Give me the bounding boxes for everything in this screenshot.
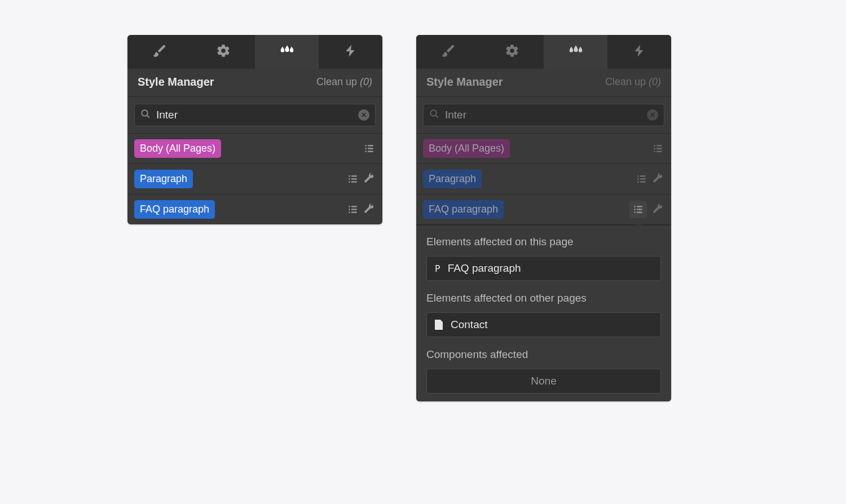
- popover-section-label: Components affected: [426, 348, 661, 361]
- svg-line-1: [147, 115, 149, 118]
- svg-rect-23: [656, 145, 662, 146]
- svg-rect-26: [654, 151, 655, 152]
- svg-rect-8: [349, 175, 350, 176]
- clear-search-icon[interactable]: [647, 109, 658, 121]
- style-badge: Body (All Pages): [423, 139, 510, 158]
- affected-elements-icon[interactable]: [364, 143, 374, 154]
- svg-rect-11: [351, 178, 357, 179]
- svg-rect-31: [640, 178, 646, 179]
- tab-interactions[interactable]: [319, 35, 382, 69]
- svg-rect-14: [349, 206, 350, 207]
- svg-rect-38: [634, 211, 635, 213]
- tab-settings[interactable]: [480, 35, 544, 69]
- affected-elements-icon[interactable]: [347, 204, 358, 215]
- style-manager-panel: Style Manager Clean up (0) Body (All Pag…: [127, 35, 382, 224]
- svg-rect-25: [656, 148, 662, 149]
- page-icon: [435, 320, 443, 330]
- popover-section-label: Elements affected on this page: [426, 236, 661, 248]
- svg-rect-28: [637, 175, 638, 176]
- brush-icon: [441, 43, 456, 60]
- affected-elements-icon[interactable]: [629, 201, 647, 218]
- cleanup-button[interactable]: Clean up (0): [316, 76, 372, 88]
- style-badge: FAQ paragraph: [134, 200, 215, 219]
- svg-rect-32: [637, 181, 638, 182]
- style-manager-panel-expanded: Style Manager Clean up (0) Body (All Pag…: [416, 35, 671, 401]
- affected-popover: Elements affected on this page P FAQ par…: [416, 225, 671, 401]
- style-row-faq-paragraph[interactable]: FAQ paragraph: [416, 194, 671, 225]
- svg-rect-6: [365, 151, 366, 152]
- svg-rect-18: [349, 211, 350, 213]
- search-input[interactable]: [156, 109, 352, 121]
- svg-rect-9: [351, 175, 357, 176]
- search-section: [127, 97, 382, 134]
- cleanup-button[interactable]: Clean up (0): [605, 76, 661, 88]
- tab-brush[interactable]: [416, 35, 480, 69]
- svg-rect-19: [351, 211, 357, 213]
- affected-none-item: None: [426, 369, 661, 394]
- style-row-paragraph[interactable]: Paragraph: [416, 164, 671, 194]
- svg-rect-33: [640, 181, 646, 182]
- popover-section-label: Elements affected on other pages: [426, 292, 661, 304]
- svg-rect-15: [351, 206, 357, 207]
- style-badge: FAQ paragraph: [423, 200, 504, 219]
- header-row: Style Manager Clean up (0): [416, 69, 671, 97]
- wrench-icon[interactable]: [364, 203, 374, 216]
- svg-rect-7: [368, 151, 373, 152]
- svg-line-21: [435, 115, 438, 118]
- affected-page-item[interactable]: Contact: [426, 312, 661, 337]
- tab-style-manager[interactable]: [544, 35, 607, 69]
- svg-rect-4: [365, 148, 366, 149]
- tab-style-manager[interactable]: [255, 35, 319, 69]
- header-row: Style Manager Clean up (0): [127, 69, 382, 97]
- svg-rect-12: [349, 181, 350, 182]
- gear-icon: [216, 43, 231, 60]
- panel-tabs: [416, 35, 671, 69]
- brush-icon: [152, 43, 167, 60]
- style-row-body[interactable]: Body (All Pages): [416, 134, 671, 164]
- tab-settings[interactable]: [191, 35, 255, 69]
- paragraph-type-icon: P: [435, 263, 440, 274]
- style-row-paragraph[interactable]: Paragraph: [127, 164, 382, 194]
- wrench-icon[interactable]: [653, 173, 663, 185]
- gear-icon: [505, 43, 519, 60]
- style-row-faq-paragraph[interactable]: FAQ paragraph: [127, 194, 382, 224]
- affected-element-item[interactable]: P FAQ paragraph: [426, 256, 661, 281]
- svg-rect-10: [349, 178, 350, 179]
- svg-rect-30: [637, 178, 638, 179]
- search-icon: [429, 109, 439, 121]
- svg-point-0: [142, 110, 148, 116]
- svg-rect-37: [637, 209, 642, 210]
- search-box[interactable]: [134, 104, 376, 126]
- search-box[interactable]: [423, 104, 664, 126]
- svg-point-20: [430, 110, 437, 116]
- affected-elements-icon[interactable]: [653, 143, 663, 154]
- wrench-icon[interactable]: [364, 173, 374, 185]
- wrench-icon[interactable]: [653, 203, 663, 216]
- drops-icon: [569, 43, 583, 60]
- svg-rect-24: [654, 148, 655, 149]
- drops-icon: [280, 43, 294, 60]
- search-input[interactable]: [445, 109, 641, 121]
- style-badge: Body (All Pages): [134, 139, 221, 158]
- panel-title: Style Manager: [426, 76, 503, 89]
- affected-elements-icon[interactable]: [636, 174, 647, 184]
- svg-rect-22: [654, 145, 655, 146]
- svg-rect-2: [365, 145, 366, 146]
- svg-rect-35: [637, 206, 642, 207]
- panel-title: Style Manager: [138, 76, 214, 89]
- svg-rect-29: [640, 175, 646, 176]
- svg-rect-16: [349, 209, 350, 210]
- style-row-body[interactable]: Body (All Pages): [127, 134, 382, 164]
- svg-rect-36: [634, 209, 635, 210]
- search-icon: [140, 109, 151, 121]
- bolt-icon: [343, 43, 358, 60]
- style-badge: Paragraph: [134, 170, 193, 188]
- style-badge: Paragraph: [423, 170, 482, 188]
- clear-search-icon[interactable]: [358, 109, 369, 121]
- svg-rect-39: [637, 211, 642, 213]
- tab-interactions[interactable]: [607, 35, 671, 69]
- bolt-icon: [632, 43, 647, 60]
- affected-elements-icon[interactable]: [347, 174, 358, 184]
- tab-brush[interactable]: [127, 35, 191, 69]
- svg-rect-3: [368, 145, 373, 146]
